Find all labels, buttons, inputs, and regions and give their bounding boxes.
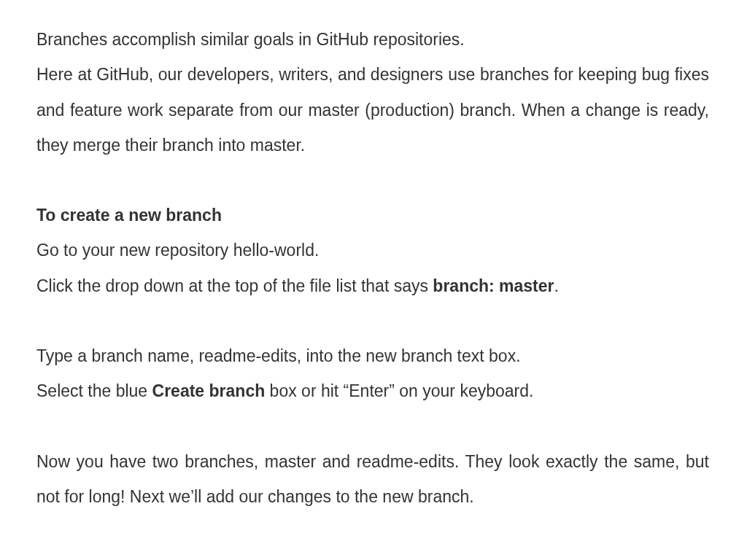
intro-line-1: Branches accomplish similar goals in Git…	[36, 22, 709, 57]
create-branch-label: Create branch	[152, 381, 266, 400]
branch-master-label: branch: master	[433, 276, 554, 295]
step-2-text-a: Click the drop down at the top of the fi…	[36, 276, 433, 295]
spacer-2	[36, 303, 709, 338]
spacer-1	[36, 163, 709, 198]
step-2: Click the drop down at the top of the fi…	[36, 268, 709, 303]
step-4-text-a: Select the blue	[36, 381, 152, 400]
step-2-text-c: .	[554, 276, 559, 295]
intro-body: Here at GitHub, our developers, writers,…	[36, 57, 709, 163]
step-3: Type a branch name, readme-edits, into t…	[36, 338, 709, 373]
spacer-3	[36, 409, 709, 444]
step-4: Select the blue Create branch box or hit…	[36, 373, 709, 408]
step-1: Go to your new repository hello-world.	[36, 233, 709, 268]
step-4-text-c: box or hit “Enter” on your keyboard.	[265, 381, 533, 400]
closing-paragraph: Now you have two branches, master and re…	[36, 444, 709, 515]
heading-create-branch: To create a new branch	[36, 198, 709, 233]
